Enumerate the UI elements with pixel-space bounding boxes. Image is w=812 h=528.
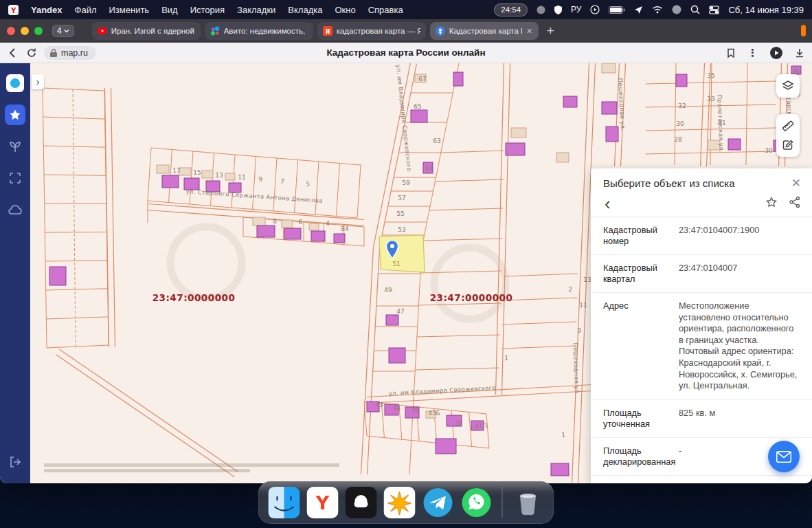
address-bar: map.ru Кадастровая карта России онлайн ⋮ bbox=[0, 43, 812, 63]
page-title: Кадастровая карта России онлайн bbox=[326, 47, 485, 58]
more-options-icon[interactable]: ⋮ bbox=[747, 47, 758, 59]
airplane-icon[interactable] bbox=[634, 6, 643, 14]
sidebar-item-plant[interactable] bbox=[5, 136, 25, 157]
tab-close-icon[interactable]: × bbox=[526, 26, 533, 36]
search-icon[interactable] bbox=[690, 5, 700, 14]
dock-whatsapp-icon[interactable] bbox=[461, 487, 493, 518]
building bbox=[411, 110, 427, 122]
parcel-number: 13 bbox=[583, 276, 591, 283]
menu-item[interactable]: Файл bbox=[75, 5, 97, 15]
svg-text:Я: Я bbox=[325, 28, 330, 35]
menu-app-name[interactable]: Yandex bbox=[31, 5, 63, 15]
menu-item[interactable]: Изменить bbox=[109, 5, 150, 15]
play-circle-icon[interactable] bbox=[590, 5, 600, 14]
field-label: Площадь декларированная bbox=[603, 446, 670, 468]
battery-icon[interactable] bbox=[609, 6, 625, 14]
menu-item[interactable]: Вкладка bbox=[288, 5, 322, 15]
shield-icon[interactable] bbox=[554, 6, 562, 14]
sidebar-item-favorites[interactable] bbox=[5, 104, 25, 125]
building bbox=[157, 165, 169, 173]
panel-back-icon[interactable]: ‹ bbox=[600, 197, 615, 210]
field-value: Местоположение установлено относительно … bbox=[679, 300, 800, 392]
parcel-number: 17 bbox=[172, 167, 180, 174]
dock-yandex-browser-icon[interactable]: Y bbox=[307, 487, 339, 518]
sidebar-item-avito-logo[interactable] bbox=[5, 73, 25, 94]
refresh-button[interactable] bbox=[26, 47, 37, 58]
dock-starburst-app-icon[interactable] bbox=[384, 487, 416, 518]
building bbox=[162, 175, 179, 188]
panel-star-icon[interactable] bbox=[765, 196, 778, 211]
bookmark-flag-icon[interactable] bbox=[725, 47, 736, 58]
keyboard-lang[interactable]: РУ bbox=[571, 5, 581, 14]
back-button[interactable] bbox=[7, 47, 19, 59]
building bbox=[284, 228, 301, 239]
tab[interactable]: Якадастровая карта — Ян bbox=[317, 22, 426, 40]
panel-share-icon[interactable] bbox=[789, 196, 801, 211]
menu-item[interactable]: Вид bbox=[161, 5, 178, 15]
building bbox=[257, 226, 275, 237]
parcel-number: 28 bbox=[674, 136, 682, 143]
yandex-logo-icon[interactable]: Y bbox=[8, 5, 19, 15]
selected-parcel-shape[interactable] bbox=[379, 235, 425, 272]
dock-trash-icon[interactable] bbox=[512, 487, 544, 518]
record-circle-icon[interactable] bbox=[537, 6, 545, 14]
cadastral-quarter-label: 23:47:0000000 bbox=[153, 292, 236, 303]
building bbox=[551, 463, 569, 476]
map-quarter-labels: 23:47:000000023:47:0000000 bbox=[153, 292, 513, 303]
menu-item[interactable]: История bbox=[190, 5, 225, 15]
building bbox=[506, 143, 525, 155]
menu-item[interactable]: Справка bbox=[368, 5, 403, 15]
building bbox=[453, 72, 463, 86]
building bbox=[334, 234, 345, 243]
sidebar-item-cloud[interactable] bbox=[5, 199, 25, 220]
tab-active[interactable]: Кадастровая карта Ро× bbox=[430, 22, 539, 40]
zoom-window-button[interactable] bbox=[34, 27, 43, 35]
url-field[interactable]: map.ru bbox=[44, 46, 96, 60]
downloads-icon[interactable] bbox=[794, 47, 805, 58]
menu-item[interactable]: Закладки bbox=[237, 5, 275, 15]
building bbox=[389, 348, 405, 363]
selected-parcel-number: 51 bbox=[392, 261, 400, 267]
sidebar-expander-chevron[interactable]: › bbox=[32, 74, 44, 89]
download-progress-icon[interactable] bbox=[769, 46, 783, 60]
sidebar-item-frame[interactable] bbox=[5, 168, 25, 188]
timer-badge[interactable]: 24:54 bbox=[494, 3, 528, 16]
field-label: Площадь уточненная bbox=[603, 408, 670, 430]
dock-finder-icon[interactable] bbox=[269, 487, 300, 518]
minimize-window-button[interactable] bbox=[21, 27, 29, 35]
wifi-icon[interactable] bbox=[652, 6, 663, 14]
menu-item[interactable]: Окно bbox=[335, 5, 355, 15]
parcel-number: 4 bbox=[326, 220, 330, 227]
map-layers-button[interactable] bbox=[776, 74, 800, 98]
dock-telegram-icon[interactable] bbox=[422, 487, 454, 518]
building bbox=[602, 63, 616, 73]
close-window-button[interactable] bbox=[7, 27, 15, 35]
panel-field-row: Площадь уточненная825 кв. м bbox=[591, 400, 812, 438]
panel-nav: ‹ bbox=[591, 193, 812, 217]
panel-field-row: Кадастровый номер23:47:0104007:1900 bbox=[591, 217, 812, 255]
field-value: 23:47:0104007:1900 bbox=[679, 225, 800, 247]
desktop: Y Yandex ФайлИзменитьВидИсторияЗакладкиВ… bbox=[0, 0, 812, 528]
dock-fist-app-icon[interactable] bbox=[346, 487, 377, 518]
new-tab-button[interactable]: + bbox=[547, 25, 554, 37]
menu-bar: Y Yandex ФайлИзменитьВидИсторияЗакладкиВ… bbox=[0, 0, 812, 19]
tab[interactable]: Авито: недвижимость, тр bbox=[205, 22, 313, 40]
chat-button[interactable] bbox=[768, 441, 800, 472]
menu-clock[interactable]: Сб, 14 июня 19:39 bbox=[728, 5, 804, 15]
tab-group-counter[interactable]: 4 bbox=[52, 25, 74, 37]
selected-parcel: 51 bbox=[379, 235, 425, 272]
tabbar-orange-indicator[interactable] bbox=[801, 25, 806, 36]
parcel-number: 67 bbox=[418, 76, 426, 82]
sidebar-exit-icon[interactable] bbox=[5, 452, 25, 472]
user-circle-icon[interactable] bbox=[672, 5, 681, 14]
edit-icon[interactable] bbox=[781, 138, 795, 152]
parcel-number: 43 bbox=[375, 402, 383, 408]
parcel-number: 9 bbox=[577, 327, 581, 334]
ruler-icon[interactable] bbox=[781, 119, 795, 133]
tab[interactable]: Иран. Изгой с ядерной б bbox=[92, 22, 201, 40]
parcel-number: 84 bbox=[341, 226, 349, 232]
street-label: Пешеходная ул. bbox=[617, 78, 627, 131]
parcel-number: 11 bbox=[238, 174, 245, 181]
panel-close-icon[interactable]: ✕ bbox=[791, 177, 801, 189]
control-center-icon[interactable] bbox=[709, 5, 719, 15]
